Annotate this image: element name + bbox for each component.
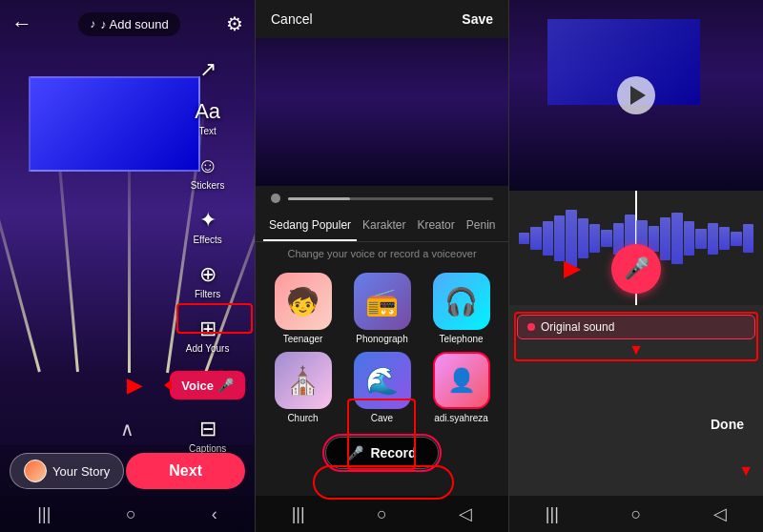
record-btn-row: 🎤 Record	[256, 431, 508, 475]
cancel-button[interactable]: Cancel	[271, 11, 313, 27]
settings-icon[interactable]: ⚙	[226, 12, 243, 35]
mic-record-button[interactable]: 🎤	[611, 244, 661, 294]
effect-cave-icon: 🌊	[354, 352, 411, 409]
share-icon: ↗	[199, 57, 217, 82]
add-sound-button[interactable]: ♪ ♪ Add sound	[78, 12, 180, 36]
panel3-navbar: ||| ○ ◁	[509, 496, 763, 532]
p3-nav-menu[interactable]: |||	[546, 504, 559, 524]
progress-line[interactable]	[288, 197, 493, 200]
effect-church[interactable]: ⛪ Church	[267, 352, 339, 423]
panel2-header: Cancel Save	[256, 0, 508, 38]
original-sound-bar[interactable]: Original sound	[517, 315, 755, 339]
waveform-bar	[660, 217, 670, 260]
panel2-navbar: ||| ○ ◁	[256, 496, 508, 532]
voice-button[interactable]: Voice 🎤	[170, 371, 245, 399]
mic-btn-container: 🎤 ▶	[611, 244, 661, 294]
nav-back-icon[interactable]: ‹	[212, 504, 217, 524]
effect-cave[interactable]: 🌊 Cave	[346, 352, 418, 423]
effect-face[interactable]: 👤 ▼ adi.syahreza	[425, 352, 497, 423]
progress-fill	[288, 197, 350, 200]
nav-home-icon[interactable]: ○	[126, 504, 136, 524]
waveform-bar	[731, 232, 741, 246]
effects-label: Effects	[193, 235, 221, 245]
mic-icon: 🎤	[624, 256, 650, 281]
effect-teenager-icon: 🧒	[275, 273, 332, 330]
stickers-label: Stickers	[191, 180, 225, 191]
tab-bar: Sedang Populer Karakter Kreator Penin	[256, 211, 508, 242]
original-sound-wrapper: Original sound ▼	[517, 315, 755, 358]
play-button[interactable]	[617, 76, 655, 114]
back-button[interactable]: ←	[11, 11, 32, 36]
tab-karakter[interactable]: Karakter	[357, 211, 411, 241]
voiceover-subtitle: Change your voice or record a voiceover	[256, 242, 508, 265]
p2-nav-home[interactable]: ○	[377, 504, 387, 524]
panel3-audio-record: 🎤 ▶ Original sound ▼ Done ▼ ||| ○ ◁	[509, 0, 763, 532]
stickers-icon: ☺	[196, 153, 217, 178]
filters-label: Filters	[195, 289, 220, 299]
done-wrapper: Done ▼	[738, 462, 753, 480]
waveform-bar	[578, 218, 588, 258]
p2-bg	[256, 38, 508, 186]
audio-track-area: 🎤 ▶	[509, 191, 763, 305]
p3-nav-home[interactable]: ○	[631, 504, 642, 524]
record-label: Record	[370, 445, 416, 460]
waveform-bar	[695, 229, 706, 249]
effects-tool[interactable]: ✦ Effects	[193, 208, 221, 245]
share-tool[interactable]: ↗	[199, 57, 217, 82]
next-button[interactable]: Next	[126, 453, 245, 489]
cave-emoji: 🌊	[365, 365, 399, 397]
original-sound-label: Original sound	[541, 320, 614, 334]
waveform-bar	[719, 227, 730, 250]
effect-phonograph[interactable]: 📻 Phonograph	[346, 273, 418, 344]
timeline-bar	[256, 186, 508, 211]
teenager-emoji: 🧒	[286, 286, 320, 317]
avatar	[24, 460, 47, 482]
tab-penin[interactable]: Penin	[461, 211, 502, 241]
effect-phonograph-icon: 📻	[354, 273, 411, 330]
collapse-button[interactable]: ∧	[0, 413, 255, 445]
panel1-bottom: ∧ Your Story Next ||| ○ ‹	[0, 413, 255, 532]
save-button[interactable]: Save	[462, 11, 493, 27]
waveform-bar	[684, 221, 694, 256]
p2-nav-back[interactable]: ◁	[459, 503, 472, 524]
your-story-button[interactable]: Your Story	[10, 453, 124, 489]
panel1-video-editor: ← ♪ ♪ Add sound ⚙ ↗ Aa Text ☺ Stickers ✦…	[0, 0, 255, 532]
filters-tool[interactable]: ⊕ Filters	[195, 262, 220, 299]
add-yours-tool[interactable]: ⊞ Add Yours	[186, 317, 230, 354]
filters-icon: ⊕	[199, 262, 217, 287]
your-story-label: Your Story	[52, 464, 110, 479]
panel3-video-preview	[509, 0, 763, 191]
effect-telephone-icon: 🎧	[433, 273, 490, 330]
p3-nav-back[interactable]: ◁	[713, 503, 727, 524]
text-icon: Aa	[195, 99, 220, 124]
effect-church-icon: ⛪	[275, 352, 332, 409]
done-button[interactable]: Done	[711, 417, 744, 432]
waveform-bar	[708, 223, 718, 255]
stickers-tool[interactable]: ☺ Stickers	[191, 153, 225, 191]
record-button[interactable]: 🎤 Record	[325, 437, 438, 469]
text-label: Text	[198, 126, 216, 136]
waveform-bar	[530, 227, 541, 250]
effect-telephone[interactable]: 🎧 Telephone	[425, 273, 497, 344]
effect-teenager[interactable]: 🧒 Teenager	[267, 273, 339, 344]
tab-kreator[interactable]: Kreator	[411, 211, 460, 241]
panel2-voice-effects: Cancel Save Sedang Populer Karakter Krea…	[255, 0, 509, 532]
panel2-video-preview	[256, 38, 508, 186]
voice-tool-wrapper: Voice 🎤 ▶	[170, 371, 245, 399]
text-tool[interactable]: Aa Text	[195, 99, 220, 136]
os-dot	[527, 323, 535, 331]
right-toolbar: ↗ Aa Text ☺ Stickers ✦ Effects ⊕ Filters…	[170, 57, 245, 454]
church-label: Church	[287, 413, 318, 423]
p2-nav-menu[interactable]: |||	[292, 504, 305, 524]
red-arrow-original-sound: ▼	[517, 341, 755, 358]
red-arrow-face: ▼	[455, 403, 468, 409]
nav-menu-icon[interactable]: |||	[37, 504, 51, 524]
adi-label: adi.syahreza	[434, 413, 488, 423]
add-yours-label: Add Yours	[186, 343, 230, 354]
cave-label: Cave	[371, 413, 393, 423]
record-mic-icon: 🎤	[347, 445, 363, 460]
red-arrow-voice: ▶	[127, 374, 141, 397]
progress-dot	[271, 194, 280, 203]
tab-sedang-populer[interactable]: Sedang Populer	[263, 211, 357, 241]
telephone-label: Telephone	[439, 334, 483, 344]
